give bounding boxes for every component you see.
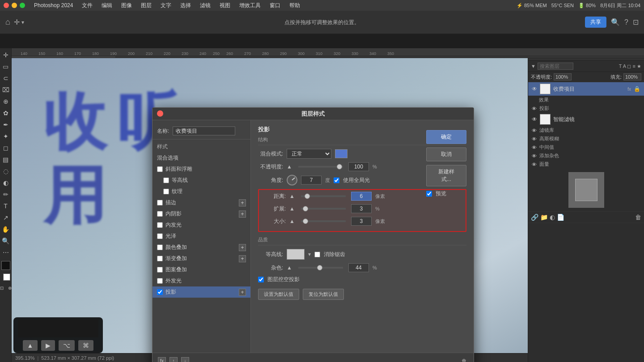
reset-default-btn[interactable]: 复位为默认值 (303, 289, 344, 300)
effect-drop-shadow[interactable]: 👁 投影 (528, 104, 644, 113)
foreground-color[interactable] (1, 261, 10, 270)
cmd-btn[interactable]: ⌘ (78, 340, 93, 351)
effect-eye-icon-2[interactable]: 👁 (532, 128, 537, 133)
dodge-tool[interactable]: ◐ (1, 178, 11, 188)
style-outer-glow[interactable]: 外发光 (153, 275, 250, 286)
menu-help[interactable]: 帮助 (288, 2, 302, 9)
opacity-slider-thumb[interactable] (337, 164, 342, 169)
trash-footer-icon[interactable]: 🗑 (460, 357, 468, 362)
blend-mode-select[interactable]: 正常 (287, 149, 331, 159)
move-tool-icon[interactable]: ✛ (14, 18, 20, 26)
opacity-slider[interactable] (298, 166, 343, 168)
inner-shadow-checkbox[interactable] (157, 211, 163, 217)
spread-value-input[interactable] (351, 204, 372, 213)
help-icon[interactable]: ? (624, 18, 628, 26)
move-tool-dropdown[interactable]: ▾ (21, 19, 24, 25)
style-bevel[interactable]: 斜面和浮雕 (153, 164, 250, 175)
dialog-close-btn[interactable] (157, 110, 163, 117)
menu-file[interactable]: 文件 (80, 2, 94, 9)
new-style-button[interactable]: 新建样式... (426, 165, 466, 186)
effect-gaussian[interactable]: 👁 高斯模糊 (528, 135, 644, 143)
contour-preview[interactable] (287, 249, 305, 260)
angle-dial[interactable] (287, 175, 297, 185)
gradient-overlay-checkbox[interactable] (157, 256, 163, 261)
fill-input[interactable] (623, 73, 641, 80)
link-icon[interactable]: 🔗 (531, 214, 538, 221)
opacity-input[interactable] (554, 73, 572, 80)
maximize-dot[interactable] (20, 3, 25, 8)
alt-btn[interactable]: ⌥ (59, 340, 75, 351)
drop-shadow-checkbox[interactable] (157, 289, 163, 295)
style-blend-options[interactable]: 混合选项 (153, 152, 250, 164)
background-color[interactable] (3, 274, 10, 281)
blur-tool[interactable]: ◌ (1, 166, 11, 176)
style-drop-shadow[interactable]: 投影 + (153, 286, 250, 298)
noise-slider[interactable] (298, 267, 343, 269)
standard-mode[interactable]: ⊡ (0, 284, 5, 291)
visibility-icon-2[interactable]: 👁 (532, 116, 537, 122)
pen-tool[interactable]: ✏ (1, 189, 11, 199)
color-overlay-checkbox[interactable] (157, 244, 163, 250)
menu-view[interactable]: 视图 (218, 2, 232, 9)
spread-slider-thumb[interactable] (303, 206, 308, 211)
inner-glow-checkbox[interactable] (157, 222, 163, 228)
noise-value-input[interactable] (348, 263, 369, 272)
blend-color-swatch[interactable] (335, 149, 347, 158)
effect-eye-icon[interactable]: 👁 (532, 106, 537, 111)
eyedropper-tool[interactable]: ⊕ (1, 97, 11, 106)
contour-dropdown-icon[interactable]: ▾ (308, 251, 311, 257)
crop-tool[interactable]: ⌧ (1, 85, 11, 95)
search-icon[interactable]: 🔍 (611, 18, 620, 26)
menu-window[interactable]: 窗口 (268, 2, 282, 9)
set-default-btn[interactable]: 设置为默认值 (258, 289, 299, 300)
satin-checkbox[interactable] (157, 233, 163, 239)
zoom-tool[interactable]: 🔍 (1, 236, 11, 246)
minimize-dot[interactable] (12, 3, 17, 8)
arrange-icon[interactable]: ⊡ (633, 18, 639, 26)
knockout-checkbox[interactable] (258, 277, 264, 282)
effect-eye-icon-5[interactable]: 👁 (532, 153, 537, 159)
stamp-tool[interactable]: ✦ (1, 131, 11, 141)
opacity-value-input[interactable] (348, 162, 369, 171)
new-layer-icon[interactable]: 📄 (557, 214, 564, 221)
eraser-tool[interactable]: ◻ (1, 143, 11, 153)
play-btn[interactable]: ▶ (41, 340, 55, 351)
home-icon[interactable]: ⌂ (5, 17, 10, 27)
brush-tool[interactable]: ✒ (1, 120, 11, 130)
gradient-tool[interactable]: ▤ (1, 155, 11, 164)
hand-tool[interactable]: ✋ (1, 224, 11, 234)
close-dot[interactable] (4, 3, 9, 8)
color-overlay-add-btn[interactable]: + (239, 244, 246, 251)
style-satin[interactable]: 光泽 (153, 231, 250, 242)
visibility-icon[interactable]: 👁 (532, 86, 537, 92)
quick-mask-mode[interactable]: ⊕ (6, 284, 13, 291)
style-inner-shadow[interactable]: 内阴影 + (153, 208, 250, 219)
effect-eye-icon-4[interactable]: 👁 (532, 145, 537, 150)
distance-slider-thumb[interactable] (305, 194, 310, 199)
selection-tool[interactable]: ▭ (1, 62, 11, 72)
extra-tool[interactable]: ⋯ (1, 248, 11, 257)
style-pattern-overlay[interactable]: 图案叠加 (153, 264, 250, 275)
contour-checkbox[interactable] (163, 177, 169, 183)
menu-plugins[interactable]: 增效工具 (237, 2, 263, 9)
menu-select[interactable]: 选择 (178, 2, 193, 9)
menu-filter[interactable]: 滤镜 (198, 2, 212, 9)
inner-shadow-add-btn[interactable]: + (239, 210, 246, 218)
angle-value-input[interactable] (301, 176, 322, 185)
style-color-overlay[interactable]: 颜色叠加 + (153, 242, 250, 253)
layer-item-smart-filter[interactable]: 👁 智能滤镜 (528, 113, 644, 126)
effect-median[interactable]: 👁 中间值 (528, 143, 644, 152)
new-adj-icon[interactable]: ◐ (550, 214, 555, 221)
distance-slider[interactable] (301, 195, 346, 197)
path-tool[interactable]: ↗ (1, 213, 11, 223)
texture-checkbox[interactable] (163, 189, 169, 194)
size-value-input[interactable] (351, 217, 372, 226)
text-tool[interactable]: T (1, 201, 11, 211)
move-tool[interactable]: ✛ (1, 50, 11, 60)
share-button[interactable]: 共享 (585, 17, 606, 28)
effect-filter-lib[interactable]: 👁 滤镜库 (528, 126, 644, 135)
filter-kind-icon[interactable]: ▼ (531, 63, 536, 69)
style-stroke[interactable]: 描边 + (153, 197, 250, 208)
style-texture[interactable]: 纹理 (153, 186, 250, 197)
layer-name-input[interactable] (173, 126, 235, 135)
